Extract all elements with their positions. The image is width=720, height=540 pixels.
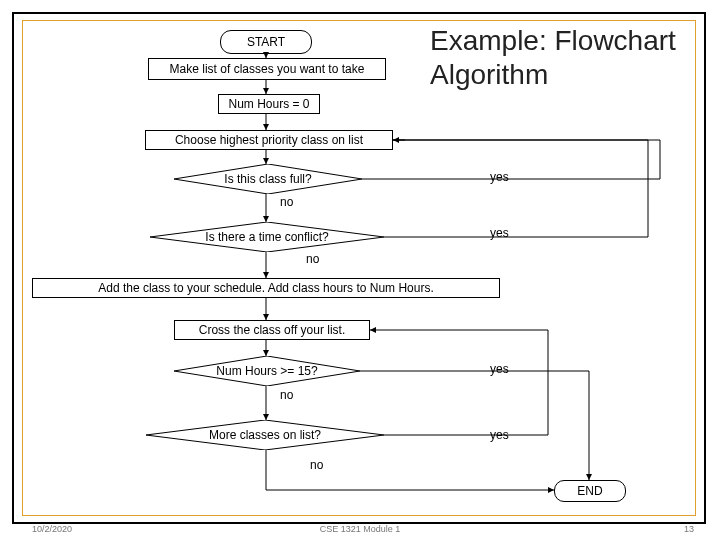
flow-arrows xyxy=(0,0,720,540)
